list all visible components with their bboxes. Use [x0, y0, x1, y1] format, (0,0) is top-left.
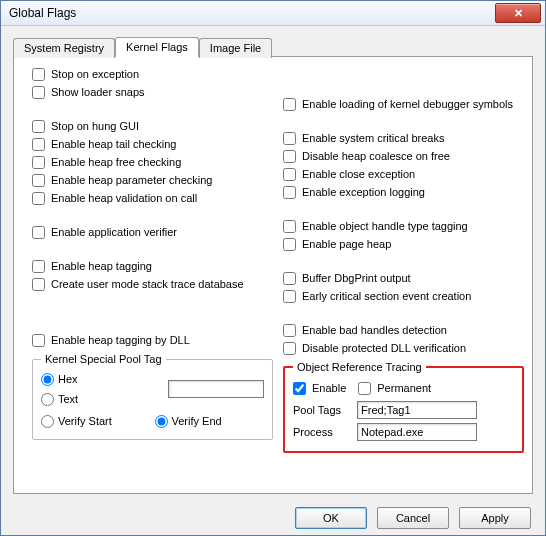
close-button[interactable]: ✕	[495, 3, 541, 23]
radio-text-label: Text	[58, 393, 78, 405]
chk-stop-exception[interactable]: Stop on exception	[32, 65, 275, 83]
chk-protected-dll[interactable]: Disable protected DLL verification	[283, 339, 526, 357]
chk-handle-type-tag[interactable]: Enable object handle type tagging	[283, 217, 526, 235]
chk-kernel-dbg-syms[interactable]: Enable loading of kernel debugger symbol…	[283, 95, 526, 113]
tab-image-file[interactable]: Image File	[199, 38, 272, 58]
chk-heap-valid[interactable]: Enable heap validation on call	[32, 189, 275, 207]
chk-stack-trace-db-label: Create user mode stack trace database	[51, 278, 244, 290]
chk-stop-hung-gui-label: Stop on hung GUI	[51, 120, 139, 132]
chk-app-verifier[interactable]: Enable application verifier	[32, 223, 275, 241]
chk-page-heap[interactable]: Enable page heap	[283, 235, 526, 253]
radio-verify-start[interactable]	[41, 415, 54, 428]
global-flags-window: Global Flags ✕ System Registry Kernel Fl…	[0, 0, 546, 536]
ort-pooltags-label: Pool Tags	[293, 404, 351, 416]
chk-bad-handles-label: Enable bad handles detection	[302, 324, 447, 336]
left-column: Stop on exception Show loader snaps Stop…	[32, 65, 275, 487]
chk-sys-crit-breaks-label: Enable system critical breaks	[302, 132, 444, 144]
chk-dbgprint-label: Buffer DbgPrint output	[302, 272, 411, 284]
chk-stack-trace-db[interactable]: Create user mode stack trace database	[32, 275, 275, 293]
chk-sys-crit-breaks[interactable]: Enable system critical breaks	[283, 129, 526, 147]
radio-text[interactable]	[41, 393, 54, 406]
chk-heap-tagging[interactable]: Enable heap tagging	[32, 257, 275, 275]
chk-ort-permanent-label: Permanent	[377, 382, 431, 394]
chk-dbgprint[interactable]: Buffer DbgPrint output	[283, 269, 526, 287]
chk-heap-tag-dll[interactable]: Enable heap tagging by DLL	[32, 331, 275, 349]
chk-heap-tag-dll-label: Enable heap tagging by DLL	[51, 334, 190, 346]
chk-app-verifier-label: Enable application verifier	[51, 226, 177, 238]
chk-heap-free-label: Enable heap free checking	[51, 156, 181, 168]
chk-stop-hung-gui[interactable]: Stop on hung GUI	[32, 117, 275, 135]
client-area: System Registry Kernel Flags Image File …	[1, 26, 545, 500]
chk-heap-tail-label: Enable heap tail checking	[51, 138, 176, 150]
right-column: Enable loading of kernel debugger symbol…	[283, 65, 526, 487]
radio-hex[interactable]	[41, 373, 54, 386]
chk-ort-enable[interactable]: Enable	[293, 379, 346, 397]
close-icon: ✕	[514, 7, 523, 20]
object-reference-tracing-group: Object Reference Tracing Enable Permanen…	[283, 361, 524, 453]
chk-handle-type-tag-label: Enable object handle type tagging	[302, 220, 468, 232]
tabstrip: System Registry Kernel Flags Image File	[13, 36, 533, 56]
tab-system-registry[interactable]: System Registry	[13, 38, 115, 58]
chk-ort-permanent[interactable]: Permanent	[358, 379, 431, 397]
chk-close-exception-label: Enable close exception	[302, 168, 415, 180]
chk-heap-param[interactable]: Enable heap parameter checking	[32, 171, 275, 189]
chk-early-crit[interactable]: Early critical section event creation	[283, 287, 526, 305]
chk-heap-coalesce-label: Disable heap coalesce on free	[302, 150, 450, 162]
apply-button[interactable]: Apply	[459, 507, 531, 529]
chk-protected-dll-label: Disable protected DLL verification	[302, 342, 466, 354]
radio-verify-start-label: Verify Start	[58, 415, 112, 427]
chk-early-crit-label: Early critical section event creation	[302, 290, 471, 302]
kernel-special-pool-tag-group: Kernel Special Pool Tag Hex Text Verif	[32, 353, 273, 440]
chk-page-heap-label: Enable page heap	[302, 238, 391, 250]
cancel-button[interactable]: Cancel	[377, 507, 449, 529]
ort-pooltags-input[interactable]	[357, 401, 477, 419]
tabpanel-kernel-flags: Stop on exception Show loader snaps Stop…	[13, 56, 533, 494]
chk-heap-valid-label: Enable heap validation on call	[51, 192, 197, 204]
chk-kernel-dbg-syms-label: Enable loading of kernel debugger symbol…	[302, 98, 513, 110]
chk-exception-logging-label: Enable exception logging	[302, 186, 425, 198]
ort-process-input[interactable]	[357, 423, 477, 441]
chk-stop-exception-label: Stop on exception	[51, 68, 139, 80]
titlebar: Global Flags ✕	[1, 1, 545, 26]
chk-ort-enable-label: Enable	[312, 382, 346, 394]
chk-show-loader-label: Show loader snaps	[51, 86, 145, 98]
kspt-value-input[interactable]	[168, 380, 264, 398]
chk-bad-handles[interactable]: Enable bad handles detection	[283, 321, 526, 339]
radio-hex-label: Hex	[58, 373, 78, 385]
chk-heap-tail[interactable]: Enable heap tail checking	[32, 135, 275, 153]
chk-heap-free[interactable]: Enable heap free checking	[32, 153, 275, 171]
ort-legend: Object Reference Tracing	[293, 361, 426, 373]
radio-verify-end-label: Verify End	[172, 415, 222, 427]
radio-verify-end[interactable]	[155, 415, 168, 428]
kspt-legend: Kernel Special Pool Tag	[41, 353, 166, 365]
chk-heap-coalesce[interactable]: Disable heap coalesce on free	[283, 147, 526, 165]
ort-process-label: Process	[293, 426, 351, 438]
button-row: OK Cancel Apply	[1, 500, 545, 535]
chk-exception-logging[interactable]: Enable exception logging	[283, 183, 526, 201]
chk-show-loader[interactable]: Show loader snaps	[32, 83, 275, 101]
chk-heap-tagging-label: Enable heap tagging	[51, 260, 152, 272]
ok-button[interactable]: OK	[295, 507, 367, 529]
chk-heap-param-label: Enable heap parameter checking	[51, 174, 212, 186]
window-title: Global Flags	[9, 6, 495, 20]
tab-kernel-flags[interactable]: Kernel Flags	[115, 37, 199, 57]
chk-close-exception[interactable]: Enable close exception	[283, 165, 526, 183]
